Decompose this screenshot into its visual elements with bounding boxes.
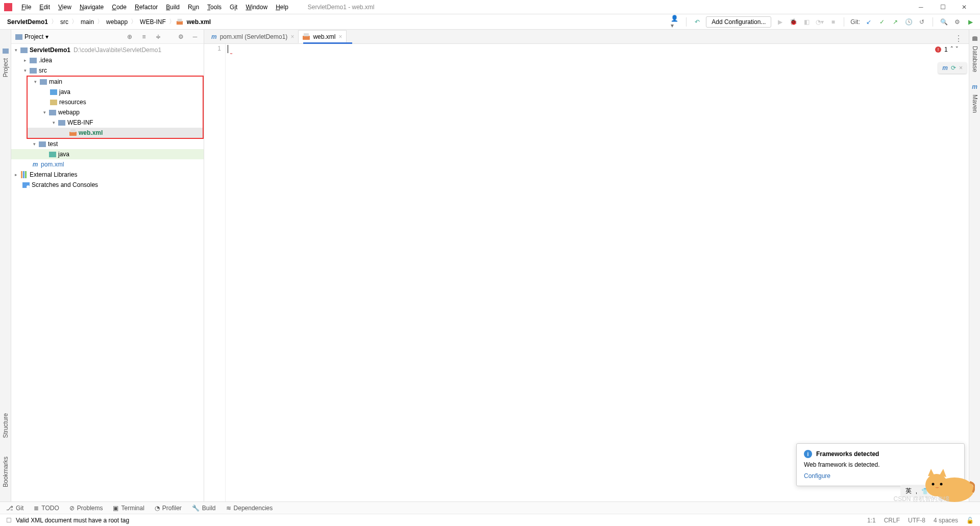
refresh-icon[interactable]: ⟳ xyxy=(951,64,956,71)
breadcrumb[interactable]: webapp xyxy=(104,18,130,26)
menu-build[interactable]: Build xyxy=(162,4,184,11)
search-icon[interactable]: 🔍 xyxy=(939,17,948,27)
tool-build[interactable]: 🔧 Build xyxy=(192,505,216,512)
menu-navigate[interactable]: Navigate xyxy=(76,4,108,11)
coverage-icon[interactable]: ◧ xyxy=(802,17,811,27)
menu-view[interactable]: View xyxy=(54,4,76,11)
folder-icon xyxy=(58,119,65,126)
locate-icon[interactable]: ⊕ xyxy=(125,32,134,41)
collapse-all-icon[interactable]: ≑ xyxy=(154,32,163,41)
tool-tab-structure[interactable]: Structure xyxy=(1,409,10,442)
back-icon[interactable]: ↶ xyxy=(693,17,702,27)
git-history-icon[interactable]: 🕓 xyxy=(904,17,913,27)
menu-run[interactable]: Run xyxy=(184,4,203,11)
tool-dependencies[interactable]: ≋ Dependencies xyxy=(226,505,273,512)
menu-refactor[interactable]: Refactor xyxy=(131,4,162,11)
git-revert-icon[interactable]: ↺ xyxy=(917,17,926,27)
error-icon: ! xyxy=(935,46,941,53)
inspection-strip[interactable]: ! 1 ˆ ˇ xyxy=(932,44,969,55)
tool-tab-bookmarks[interactable]: Bookmarks xyxy=(1,452,10,491)
status-indent[interactable]: 4 spaces xyxy=(934,517,958,524)
sidebar-title-dropdown[interactable]: Project ▾ xyxy=(15,33,48,40)
tree-root[interactable]: ▾ ServletDemo1 D:\code\Java\bite\Servlet… xyxy=(11,45,204,55)
tool-terminal[interactable]: ▣ Terminal xyxy=(113,505,144,512)
breadcrumb[interactable]: WEB-INF xyxy=(138,18,168,26)
tree-src[interactable]: ▾ src xyxy=(11,65,204,76)
tree-webxml[interactable]: web.xml xyxy=(28,128,203,138)
debug-icon[interactable]: 🐞 xyxy=(789,17,798,27)
run-icon[interactable]: ▶ xyxy=(775,17,785,27)
editor-body[interactable]: 1 ˷ ! 1 ˆ ˇ m ⟳ × xyxy=(204,44,969,501)
next-error-icon[interactable]: ˇ xyxy=(956,46,958,53)
maximize-icon[interactable]: ☐ xyxy=(940,4,947,11)
svg-rect-21 xyxy=(303,36,310,40)
svg-rect-0 xyxy=(177,21,183,25)
scratches-icon xyxy=(22,181,30,188)
status-position[interactable]: 1:1 xyxy=(867,517,876,524)
editor-content[interactable]: ˷ xyxy=(226,44,969,501)
tool-problems[interactable]: ⊘ Problems xyxy=(69,505,103,512)
menu-git[interactable]: Git xyxy=(226,4,241,11)
tree-webinf[interactable]: ▾ WEB-INF xyxy=(28,117,203,128)
breadcrumb[interactable]: src xyxy=(58,18,70,26)
menu-window[interactable]: Window xyxy=(241,4,272,11)
breadcrumb-file[interactable]: web.xml xyxy=(185,18,213,26)
tree-java[interactable]: java xyxy=(28,87,203,97)
close-window-icon[interactable]: ✕ xyxy=(962,4,969,11)
close-tab-icon[interactable]: × xyxy=(290,33,294,40)
user-icon[interactable]: 👤▾ xyxy=(671,17,680,27)
tree-idea[interactable]: ▸ .idea xyxy=(11,55,204,65)
settings-icon[interactable]: ⚙ xyxy=(952,17,962,27)
tool-tab-maven[interactable]: Maven xyxy=(970,90,979,117)
tool-todo[interactable]: ≣ TODO xyxy=(34,505,59,512)
hide-icon[interactable]: ─ xyxy=(190,32,200,41)
toolbar: ServletDemo1〉 src〉 main〉 webapp〉 WEB-INF… xyxy=(0,14,980,30)
tool-git[interactable]: ⎇ Git xyxy=(6,505,23,512)
tool-tab-database[interactable]: Database xyxy=(970,42,979,76)
status-readonly-icon[interactable]: 🔓 xyxy=(966,517,974,524)
editor-tab-pom[interactable]: m pom.xml (ServletDemo1) × xyxy=(207,30,298,43)
profile-icon[interactable]: ◔▾ xyxy=(815,17,824,27)
xml-file-icon xyxy=(303,33,310,40)
watermark: CSDN @机智的海绵 xyxy=(893,495,949,504)
tab-overflow-icon[interactable]: ⋮ xyxy=(948,34,969,43)
breadcrumb-root[interactable]: ServletDemo1 xyxy=(5,18,50,26)
status-encoding[interactable]: UTF-8 xyxy=(908,517,925,524)
editor-tab-webxml[interactable]: web.xml × xyxy=(298,30,347,43)
menu-file[interactable]: File xyxy=(17,4,35,11)
menu-tools[interactable]: Tools xyxy=(203,4,226,11)
git-commit-icon[interactable]: ✓ xyxy=(877,17,887,27)
tree-pom[interactable]: m pom.xml xyxy=(11,159,204,170)
menu-help[interactable]: Help xyxy=(272,4,292,11)
tool-profiler[interactable]: ◔ Profiler xyxy=(155,505,182,512)
svg-rect-3 xyxy=(15,34,22,40)
maven-reload-widget[interactable]: m ⟳ × xyxy=(938,62,967,74)
tree-test[interactable]: ▾ test xyxy=(11,139,204,149)
close-icon[interactable]: × xyxy=(959,64,963,71)
tree-test-java[interactable]: java xyxy=(11,149,204,159)
tree-external[interactable]: ▸ External Libraries xyxy=(11,170,204,180)
breadcrumb[interactable]: main xyxy=(79,18,96,26)
prev-error-icon[interactable]: ˆ xyxy=(951,46,953,53)
tree-scratches[interactable]: Scratches and Consoles xyxy=(11,180,204,190)
menu-edit[interactable]: Edit xyxy=(35,4,54,11)
configure-link[interactable]: Configure xyxy=(804,472,830,480)
add-configuration-button[interactable]: Add Configuration... xyxy=(706,16,771,28)
minimize-icon[interactable]: ─ xyxy=(919,4,926,11)
status-eol[interactable]: CRLF xyxy=(884,517,900,524)
tool-tab-project[interactable]: Project xyxy=(1,54,10,81)
module-icon xyxy=(20,46,28,54)
close-tab-icon[interactable]: × xyxy=(338,33,342,40)
git-push-icon[interactable]: ↗ xyxy=(891,17,900,27)
tree-resources[interactable]: resources xyxy=(28,97,203,107)
avatar-icon[interactable]: ▶ xyxy=(966,17,975,27)
svg-rect-1 xyxy=(177,18,182,21)
tree-webapp[interactable]: ▾ webapp xyxy=(28,107,203,117)
expand-all-icon[interactable]: ≡ xyxy=(139,32,149,41)
git-pull-icon[interactable]: ↙ xyxy=(864,17,873,27)
menu-code[interactable]: Code xyxy=(108,4,131,11)
tree-main[interactable]: ▾ main xyxy=(28,77,203,87)
folder-icon xyxy=(49,109,56,116)
gear-icon[interactable]: ⚙ xyxy=(176,32,185,41)
stop-icon[interactable]: ■ xyxy=(828,17,838,27)
